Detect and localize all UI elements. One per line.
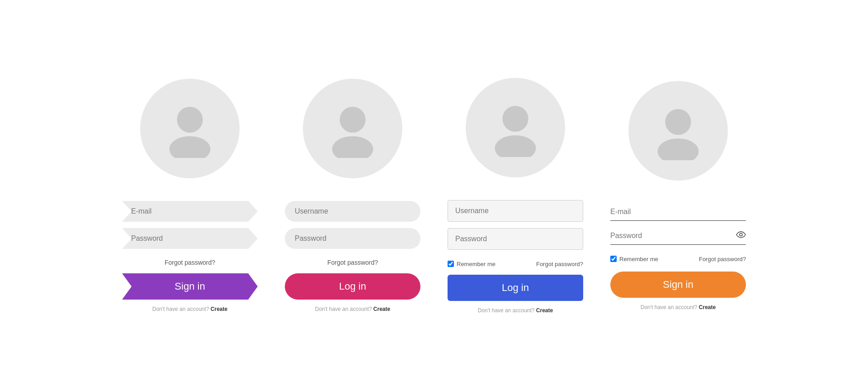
register-text-4: Don't have an account? Create <box>641 304 716 310</box>
extras-row-4: Remember me Forgot password? <box>610 256 746 262</box>
create-link-2[interactable]: Create <box>373 306 390 312</box>
password-input-3[interactable] <box>448 228 583 250</box>
log-in-button-2[interactable]: Log in <box>285 273 420 300</box>
email-input-1[interactable] <box>122 201 258 222</box>
log-in-button-3[interactable]: Log in <box>448 275 583 301</box>
svg-point-3 <box>332 136 373 158</box>
username-group-2 <box>285 201 420 222</box>
sign-in-button-1[interactable]: Sign in <box>122 273 258 300</box>
password-group-1 <box>122 228 258 249</box>
extras-row-3: Remember me Forgot password? <box>448 261 583 267</box>
remember-me-4[interactable]: Remember me <box>610 256 658 262</box>
email-group-4 <box>610 203 746 221</box>
svg-point-2 <box>340 107 365 133</box>
create-link-4[interactable]: Create <box>699 304 716 310</box>
password-group-2 <box>285 228 420 249</box>
register-text-2: Don't have an account? Create <box>315 306 390 312</box>
forgot-password-4[interactable]: Forgot password? <box>699 256 746 262</box>
create-link-3[interactable]: Create <box>536 307 553 314</box>
svg-point-8 <box>740 234 742 236</box>
forgot-password-1[interactable]: Forgot password? <box>122 259 258 266</box>
svg-point-5 <box>495 135 536 157</box>
password-input-1[interactable] <box>122 228 258 249</box>
create-link-1[interactable]: Create <box>211 306 227 312</box>
svg-point-4 <box>502 105 528 131</box>
email-group-1 <box>122 201 258 222</box>
eye-icon[interactable] <box>736 231 746 241</box>
forgot-password-3[interactable]: Forgot password? <box>536 261 583 267</box>
sign-in-button-4[interactable]: Sign in <box>610 272 746 298</box>
avatar-4 <box>628 81 728 181</box>
password-input-2[interactable] <box>285 228 420 249</box>
login-card-4: Remember me Forgot password? Sign in Don… <box>610 81 746 310</box>
email-input-4[interactable] <box>610 203 746 221</box>
svg-point-7 <box>658 138 699 160</box>
remember-me-label-3: Remember me <box>457 261 495 267</box>
username-group-3 <box>448 200 583 222</box>
svg-point-0 <box>177 107 203 133</box>
avatar-1 <box>140 79 240 178</box>
register-text-1: Don't have an account? Create <box>152 306 227 312</box>
remember-me-3[interactable]: Remember me <box>448 261 495 267</box>
username-input-3[interactable] <box>448 200 583 222</box>
password-group-3 <box>448 228 583 250</box>
avatar-2 <box>303 79 402 178</box>
password-group-4 <box>610 227 746 245</box>
login-card-3: Remember me Forgot password? Log in Don'… <box>448 78 583 314</box>
remember-me-checkbox-3[interactable] <box>448 261 454 267</box>
forgot-password-2[interactable]: Forgot password? <box>285 259 420 266</box>
avatar-3 <box>466 78 565 177</box>
register-text-3: Don't have an account? Create <box>478 307 553 314</box>
svg-point-6 <box>665 109 691 134</box>
svg-point-1 <box>170 136 211 158</box>
page-container: Forgot password? Sign in Don't have an a… <box>0 60 868 332</box>
login-card-2: Forgot password? Log in Don't have an ac… <box>285 79 420 312</box>
login-card-1: Forgot password? Sign in Don't have an a… <box>122 79 258 312</box>
remember-me-label-4: Remember me <box>619 256 658 262</box>
username-input-2[interactable] <box>285 201 420 222</box>
remember-me-checkbox-4[interactable] <box>610 256 617 262</box>
password-input-4[interactable] <box>610 227 746 245</box>
